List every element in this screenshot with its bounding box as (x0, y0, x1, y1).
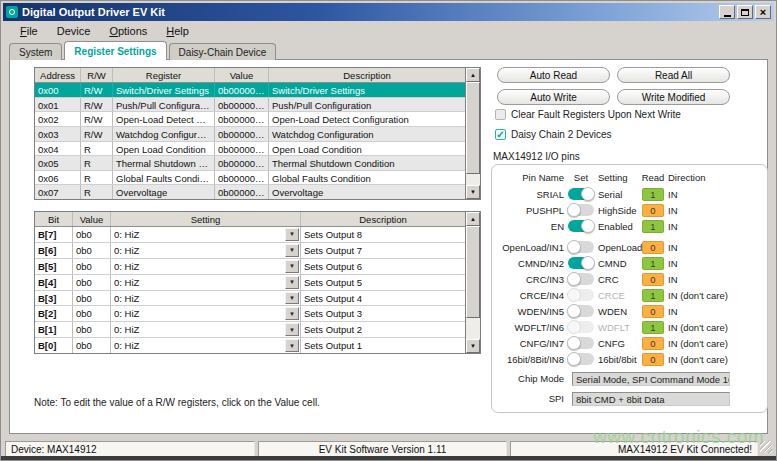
menu-item-help[interactable]: Help (157, 23, 199, 39)
dropdown-arrow-icon[interactable]: ▼ (285, 323, 299, 336)
register-cell-value[interactable]: 0b00000000 (215, 83, 269, 97)
register-row[interactable]: 0x01R/WPush/Pull Configuration0b00000000… (35, 98, 465, 113)
bit-cell-name: B[3] (35, 291, 73, 306)
pin-toggle[interactable] (568, 220, 594, 232)
dropdown-arrow-icon[interactable]: ▼ (285, 292, 299, 305)
tab-system[interactable]: System (9, 43, 62, 60)
register-cell-value[interactable]: 0b00000000 (215, 112, 269, 126)
pin-read-value: 1 (642, 321, 664, 334)
setting-dropdown-value: 0: HiZ (111, 322, 284, 337)
register-table-scrollbar[interactable]: ▲ ▼ (465, 68, 480, 199)
pin-direction: IN (668, 205, 761, 216)
setting-dropdown[interactable]: 0: HiZ▼ (111, 338, 300, 353)
register-cell-value[interactable]: 0b00000000 (215, 127, 269, 141)
scrollbar-track[interactable] (466, 174, 480, 185)
pin-read-value: 0 (642, 353, 664, 366)
column-header-bit-value: Value (73, 212, 111, 226)
scrollbar-track[interactable] (466, 318, 480, 339)
scrollbar-thumb[interactable] (466, 82, 480, 174)
pin-toggle[interactable] (568, 273, 594, 285)
window-bottom-edge (1, 456, 776, 460)
menu-item-device[interactable]: Device (48, 23, 101, 39)
dropdown-arrow-icon[interactable]: ▼ (285, 307, 299, 320)
tab-daisy-chain-device[interactable]: Daisy-Chain Device (169, 43, 277, 60)
register-cell-address: 0x01 (35, 98, 81, 112)
setting-dropdown[interactable]: 0: HiZ▼ (111, 306, 300, 321)
pin-toggle[interactable] (568, 204, 594, 216)
pin-name: WDEN/IN5 (500, 306, 564, 317)
pin-read-value: 0 (642, 241, 664, 254)
checkbox-clear-fault-registers[interactable]: Clear Fault Registers Upon Next Write (495, 109, 681, 120)
register-row[interactable]: 0x07ROvervoltage0b00000000Overvoltage (35, 185, 465, 199)
app-icon (6, 6, 18, 18)
bit-cell-name: B[2] (35, 306, 73, 321)
bit-row[interactable]: B[6]0b00: HiZ▼Sets Output 7 (35, 243, 465, 259)
write-modified-button[interactable]: Write Modified (617, 89, 730, 105)
setting-dropdown[interactable]: 0: HiZ▼ (111, 291, 300, 306)
bit-cell-name: B[1] (35, 322, 73, 337)
bit-table-scrollbar[interactable]: ▲ ▼ (465, 212, 480, 353)
pin-direction: IN (668, 274, 761, 285)
menu-item-file[interactable]: File (11, 23, 48, 39)
setting-dropdown[interactable]: 0: HiZ▼ (111, 227, 300, 242)
bit-row[interactable]: B[4]0b00: HiZ▼Sets Output 5 (35, 275, 465, 291)
register-cell-value[interactable]: 0b00000000 (215, 142, 269, 156)
bit-row[interactable]: B[0]0b00: HiZ▼Sets Output 1 (35, 338, 465, 353)
pin-toggle[interactable] (568, 188, 594, 200)
tab-register-settings[interactable]: Register Settings (64, 41, 166, 60)
maximize-button[interactable] (737, 5, 753, 19)
dropdown-arrow-icon[interactable]: ▼ (285, 244, 299, 257)
setting-dropdown[interactable]: 0: HiZ▼ (111, 259, 300, 274)
bit-cell-value: 0b0 (73, 275, 111, 290)
read-all-button[interactable]: Read All (617, 67, 730, 83)
checkbox-daisy-chain[interactable]: Daisy Chain 2 Devices (495, 129, 612, 140)
register-cell-value[interactable]: 0b00000000 (215, 185, 269, 199)
auto-read-button[interactable]: Auto Read (497, 67, 610, 83)
scrollbar-up-icon[interactable]: ▲ (466, 212, 480, 226)
auto-write-button[interactable]: Auto Write (497, 89, 610, 105)
register-row[interactable]: 0x00R/WSwitch/Driver Settings0b00000000S… (35, 83, 465, 98)
dropdown-arrow-icon[interactable]: ▼ (285, 276, 299, 289)
setting-dropdown[interactable]: 0: HiZ▼ (111, 243, 300, 258)
register-row[interactable]: 0x05RThermal Shutdown Con...0b00000000Th… (35, 156, 465, 171)
dropdown-arrow-icon[interactable]: ▼ (285, 228, 299, 241)
pin-toggle[interactable] (568, 257, 594, 269)
pin-direction: IN (don't care) (668, 290, 761, 301)
pin-toggle[interactable] (568, 353, 594, 365)
checkbox-icon[interactable] (495, 109, 506, 120)
scrollbar-thumb[interactable] (466, 226, 480, 318)
register-cell-value[interactable]: 0b00000000 (215, 156, 269, 170)
scrollbar-up-icon[interactable]: ▲ (466, 68, 480, 82)
menu-item-options[interactable]: Options (100, 23, 157, 39)
checkbox-icon[interactable] (495, 129, 506, 140)
bit-row[interactable]: B[5]0b00: HiZ▼Sets Output 6 (35, 259, 465, 275)
bit-row[interactable]: B[7]0b00: HiZ▼Sets Output 8 (35, 227, 465, 243)
minimize-button[interactable] (719, 5, 735, 19)
bit-row[interactable]: B[1]0b00: HiZ▼Sets Output 2 (35, 322, 465, 338)
pin-setting-label: 16bit/8bit (598, 354, 638, 365)
register-cell-rw: R (81, 142, 113, 156)
close-button[interactable]: × (755, 5, 771, 19)
dropdown-arrow-icon[interactable]: ▼ (285, 339, 299, 352)
register-table-header: Address R/W Register Value Description (35, 68, 465, 83)
dropdown-arrow-icon[interactable]: ▼ (285, 260, 299, 273)
register-row[interactable]: 0x04ROpen Load Condition0b00000000Open L… (35, 142, 465, 157)
register-cell-address: 0x05 (35, 156, 81, 170)
pin-toggle[interactable] (568, 241, 594, 253)
io-pin-row: CMND/IN2CMND1IN (500, 255, 761, 271)
register-row[interactable]: 0x02R/WOpen-Load Detect Confi...0b000000… (35, 112, 465, 127)
bit-row[interactable]: B[3]0b00: HiZ▼Sets Output 4 (35, 291, 465, 307)
pin-direction: IN (668, 189, 761, 200)
setting-dropdown[interactable]: 0: HiZ▼ (111, 322, 300, 337)
register-row[interactable]: 0x03R/WWatchdog Configuration0b00000000W… (35, 127, 465, 142)
register-row[interactable]: 0x06RGlobal Faults Condition0b00000000Gl… (35, 171, 465, 186)
pin-read-value: 0 (642, 204, 664, 217)
setting-dropdown[interactable]: 0: HiZ▼ (111, 275, 300, 290)
bit-row[interactable]: B[2]0b00: HiZ▼Sets Output 3 (35, 306, 465, 322)
register-cell-value[interactable]: 0b00000000 (215, 171, 269, 185)
scrollbar-down-icon[interactable]: ▼ (466, 339, 480, 353)
register-cell-value[interactable]: 0b00000000 (215, 98, 269, 112)
scrollbar-down-icon[interactable]: ▼ (466, 185, 480, 199)
pin-toggle[interactable] (568, 337, 594, 349)
pin-toggle[interactable] (568, 305, 594, 317)
